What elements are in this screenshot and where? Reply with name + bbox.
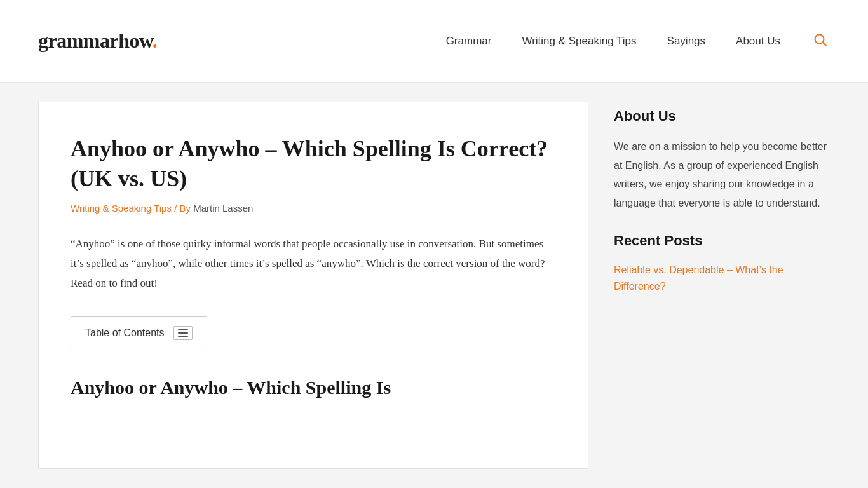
toc-list-icon — [178, 329, 188, 337]
nav-grammar[interactable]: Grammar — [446, 35, 492, 48]
recent-post-link-0[interactable]: Reliable vs. Dependable – What’s the Dif… — [614, 264, 783, 292]
content-area: Anyhoo or Anywho – Which Spelling Is Cor… — [0, 83, 868, 488]
logo-dot: . — [153, 29, 158, 52]
nav-about-us[interactable]: About Us — [736, 35, 780, 48]
article-category-link[interactable]: Writing & Speaking Tips — [71, 203, 172, 214]
site-logo[interactable]: grammarhow. — [38, 29, 157, 53]
article-meta: Writing & Speaking Tips / By Martin Lass… — [71, 203, 556, 214]
sidebar-about-text: We are on a mission to help you become b… — [614, 137, 830, 212]
search-button[interactable] — [811, 30, 830, 51]
sidebar-recent-heading: Recent Posts — [614, 233, 830, 249]
toc-box: Table of Contents — [71, 316, 207, 349]
toc-toggle-button[interactable] — [173, 326, 193, 340]
article-by: / By — [174, 203, 191, 214]
main-nav: Grammar Writing & Speaking Tips Sayings … — [446, 30, 830, 51]
nav-writing-speaking[interactable]: Writing & Speaking Tips — [522, 35, 636, 48]
sidebar-about-section: About Us We are on a mission to help you… — [614, 108, 830, 212]
search-icon — [813, 33, 827, 47]
section-heading: Anyhoo or Anywho – Which Spelling Is — [71, 375, 556, 400]
main-article: Anyhoo or Anywho – Which Spelling Is Cor… — [38, 102, 588, 469]
article-author: Martin Lassen — [193, 203, 253, 214]
article-title: Anyhoo or Anywho – Which Spelling Is Cor… — [71, 134, 556, 194]
sidebar: About Us We are on a mission to help you… — [614, 102, 830, 469]
sidebar-about-heading: About Us — [614, 108, 830, 125]
toc-label: Table of Contents — [85, 327, 165, 339]
site-header: grammarhow. Grammar Writing & Speaking T… — [0, 0, 868, 83]
logo-text: grammarhow — [38, 29, 153, 52]
article-intro: “Anyhoo” is one of those quirky informal… — [71, 234, 556, 294]
svg-line-1 — [823, 43, 826, 46]
nav-sayings[interactable]: Sayings — [667, 35, 705, 48]
sidebar-recent-section: Recent Posts Reliable vs. Dependable – W… — [614, 233, 830, 294]
